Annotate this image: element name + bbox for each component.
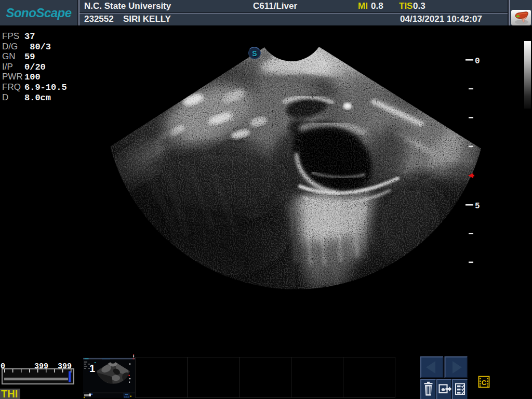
svg-text:5: 5 — [475, 202, 480, 211]
svg-text:1: 1 — [89, 363, 95, 374]
svg-text:C: C — [482, 379, 487, 387]
svg-text:0: 0 — [475, 57, 480, 66]
svg-text:S: S — [252, 49, 257, 58]
svg-text:THI: THI — [1, 388, 18, 399]
